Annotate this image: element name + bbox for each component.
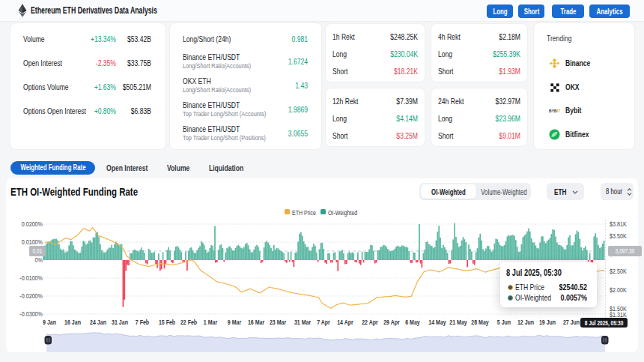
svg-text:24 Jan: 24 Jan xyxy=(90,319,106,326)
svg-text:22 Feb: 22 Feb xyxy=(180,319,197,326)
svg-text:16 Mar: 16 Mar xyxy=(248,319,265,326)
svg-text:7 Feb: 7 Feb xyxy=(136,319,149,326)
svg-text:8 Jul 2025, 05:30: 8 Jul 2025, 05:30 xyxy=(585,319,624,327)
svg-text:16 Jan: 16 Jan xyxy=(64,319,81,326)
svg-text:7 Apr: 7 Apr xyxy=(317,319,330,326)
svg-text:21 May: 21 May xyxy=(449,319,467,326)
svg-text:-0.0300%: -0.0300% xyxy=(19,310,43,318)
svg-text:9 Jan: 9 Jan xyxy=(43,319,56,326)
svg-text:19 Jun: 19 Jun xyxy=(539,319,556,326)
svg-text:28 May: 28 May xyxy=(471,319,489,326)
svg-text:14 May: 14 May xyxy=(428,319,446,326)
svg-text:22 Apr: 22 Apr xyxy=(362,319,378,326)
svg-text:1 Mar: 1 Mar xyxy=(204,319,218,326)
svg-text:6 May: 6 May xyxy=(405,319,420,326)
svg-text:$2.50K: $2.50K xyxy=(610,268,627,275)
svg-text:$3.81K: $3.81K xyxy=(610,220,627,228)
svg-text:$2.00K: $2.00K xyxy=(610,286,627,294)
svg-text:27 Jun: 27 Jun xyxy=(563,319,580,326)
svg-text:12 Jun: 12 Jun xyxy=(517,319,534,326)
svg-text:15 Feb: 15 Feb xyxy=(159,319,175,326)
svg-text:5 Jun: 5 Jun xyxy=(497,319,511,326)
svg-text:$1.31K: $1.31K xyxy=(610,311,627,319)
svg-text:14 Apr: 14 Apr xyxy=(337,319,353,326)
svg-text:ETH Price: ETH Price xyxy=(292,209,316,217)
svg-text:-0.0200%: -0.0200% xyxy=(19,292,43,300)
svg-text:23 Mar: 23 Mar xyxy=(270,319,287,326)
svg-text:0.01: 0.01 xyxy=(33,247,43,255)
svg-text:-0.0100%: -0.0100% xyxy=(19,274,43,282)
svg-text:$3.50K: $3.50K xyxy=(610,232,627,240)
svg-text:0.0200%: 0.0200% xyxy=(22,220,43,228)
svg-text:0%: 0% xyxy=(35,256,43,264)
svg-text:0.0100%: 0.0100% xyxy=(22,238,43,246)
svg-text:3,097.30: 3,097.30 xyxy=(616,247,635,255)
svg-text:31 Jan: 31 Jan xyxy=(112,319,128,326)
svg-text:OI-Weighted: OI-Weighted xyxy=(328,209,357,217)
svg-text:31 Mar: 31 Mar xyxy=(294,319,312,326)
svg-text:29 Apr: 29 Apr xyxy=(383,319,400,326)
svg-text:9 Mar: 9 Mar xyxy=(228,319,242,326)
